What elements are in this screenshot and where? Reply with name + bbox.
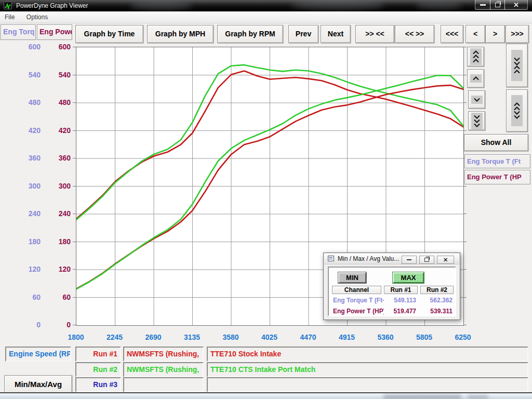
rpm-axis-tick-label: 4025 xyxy=(250,333,289,341)
window-title: PowerDyne Graph Viewer xyxy=(16,2,88,9)
zoom-out-button[interactable]: << >> xyxy=(395,25,434,43)
max-toggle-button[interactable]: MAX xyxy=(393,272,424,283)
rpm-axis-tick-label: 3135 xyxy=(173,333,211,341)
graph-by-mph-button[interactable]: Graph by MPH xyxy=(147,25,214,43)
graph-by-rpm-button[interactable]: Graph by RPM xyxy=(217,25,283,43)
minmax-window: Min / Max / Avg Valu... ✕ MIN MAX Channe… xyxy=(323,252,460,320)
minmax-restore-button[interactable] xyxy=(419,256,434,264)
scroll-far-right-button[interactable]: >>> xyxy=(506,25,529,43)
power-axis-tick-label: 420 xyxy=(46,126,71,135)
torque-channel-header[interactable]: Eng Torq xyxy=(1,24,36,40)
run-description-field-2: NWMSFTS (Rushing, xyxy=(123,362,204,377)
rpm-axis-tick-label: 1800 xyxy=(57,333,95,341)
y-axis-tick xyxy=(463,102,467,103)
y-axis-tick xyxy=(73,242,76,242)
chevron-up-button[interactable] xyxy=(467,69,484,88)
y-axis-tick xyxy=(463,325,467,325)
chevron-down-icon xyxy=(471,96,483,104)
power-axis-tick-label: 180 xyxy=(46,237,71,246)
menu-options[interactable]: Options xyxy=(22,11,52,21)
powerdyne-app-icon xyxy=(4,2,12,9)
taskbar-glass-blob xyxy=(383,395,461,399)
power-axis-tick-label: 600 xyxy=(46,43,71,51)
y-axis-tick xyxy=(73,214,76,214)
prev-button[interactable]: Prev xyxy=(288,25,318,43)
y-axis-tick xyxy=(463,186,467,187)
y-axis-tick xyxy=(463,130,467,131)
torque-axis-tick-label: 360 xyxy=(16,154,41,162)
torque-axis-tick-label: 60 xyxy=(16,293,41,301)
scroll-left-button[interactable]: < xyxy=(466,25,485,43)
scroll-far-left-button[interactable]: <<< xyxy=(441,25,463,43)
run-comment-field-2: TTE710 CTS Intake Port Match xyxy=(207,362,528,377)
minmax-window-icon xyxy=(328,256,334,261)
titlebar-glass-blob xyxy=(130,1,192,10)
scroll-right-button[interactable]: > xyxy=(485,25,505,43)
minimize-button[interactable] xyxy=(475,0,490,10)
minmax-run1-value: 519.477 xyxy=(384,308,416,315)
column-header-channel[interactable]: Channel xyxy=(332,286,381,294)
minmax-minimize-button[interactable] xyxy=(402,256,417,264)
column-header-run1[interactable]: Run #1 xyxy=(384,286,418,294)
power-axis-tick-label: 0 xyxy=(46,321,71,329)
close-icon: ✕ xyxy=(513,2,519,8)
oscilloscope-glyph xyxy=(4,3,11,9)
column-header-run2[interactable]: Run #2 xyxy=(420,286,454,294)
expand-vertical-button[interactable] xyxy=(506,89,528,132)
triple-chevron-down-icon xyxy=(471,113,483,129)
torque-axis-tick-label: 600 xyxy=(16,43,41,51)
run-comment-field-1: TTE710 Stock Intake xyxy=(207,347,528,362)
power-axis-tick-label: 60 xyxy=(46,293,71,301)
y-axis-tick xyxy=(73,325,76,325)
power-axis-tick-label: 480 xyxy=(46,98,71,107)
menu-file[interactable]: File xyxy=(0,11,19,21)
compress-vertical-icon xyxy=(511,50,523,81)
rpm-axis-tick-label: 2245 xyxy=(96,333,134,341)
power-channel-header[interactable]: Eng Powe xyxy=(37,24,72,40)
x-channel-label: Engine Speed (RP xyxy=(5,347,71,362)
power-axis-tick-label: 360 xyxy=(46,154,71,162)
minmax-close-button[interactable]: ✕ xyxy=(437,256,454,264)
minmax-channel-cell: Eng Power T (HP) xyxy=(333,308,384,315)
power-axis-tick-label: 540 xyxy=(46,71,71,79)
restore-icon xyxy=(424,258,429,262)
torque-axis-tick-label: 120 xyxy=(16,265,41,273)
torque-axis-tick-label: 300 xyxy=(16,182,41,190)
minmax-channel-cell: Eng Torque T (Ft- xyxy=(333,297,384,304)
y-axis-tick xyxy=(463,242,467,242)
minimize-icon xyxy=(407,259,411,260)
minmax-window-titlebar[interactable]: Min / Max / Avg Valu... ✕ xyxy=(324,254,459,264)
compress-vertical-button[interactable] xyxy=(506,44,528,87)
torque-axis-tick-label: 540 xyxy=(16,71,41,79)
y-axis-tick xyxy=(73,297,76,298)
run-label-3: Run #3 xyxy=(75,377,121,392)
zoom-in-button[interactable]: >> << xyxy=(355,25,394,43)
power-channel-label[interactable]: Eng Power T (HP xyxy=(464,170,530,184)
chevron-down-button[interactable] xyxy=(468,90,485,109)
next-button[interactable]: Next xyxy=(321,25,351,43)
title-bar[interactable]: PowerDyne Graph Viewer ✕ xyxy=(0,0,532,11)
minmax-run2-value: 539.311 xyxy=(420,308,453,315)
torque-channel-label[interactable]: Eng Torque T (Ft xyxy=(464,154,530,168)
torque-axis-tick-label: 420 xyxy=(16,126,41,135)
min-toggle-button[interactable]: MIN xyxy=(338,272,366,283)
graph-by-time-button[interactable]: Graph by Time xyxy=(75,25,143,43)
y-axis-tick xyxy=(73,186,76,187)
power-axis-tick-label: 240 xyxy=(46,209,71,218)
close-button[interactable]: ✕ xyxy=(504,0,528,10)
rpm-axis-tick-label: 2690 xyxy=(134,333,172,341)
triple-chevron-up-button[interactable] xyxy=(467,47,484,66)
rpm-axis-tick-label: 5805 xyxy=(405,333,444,341)
menu-bar: File Options xyxy=(0,11,532,23)
y-axis-tick xyxy=(463,214,467,214)
y-axis-tick xyxy=(73,75,76,75)
torque-axis-tick-label: 480 xyxy=(16,98,41,107)
maximize-button[interactable] xyxy=(490,0,505,10)
triple-chevron-down-button[interactable] xyxy=(468,111,485,130)
close-icon: ✕ xyxy=(443,257,448,263)
show-all-button[interactable]: Show All xyxy=(464,134,528,151)
y-axis-tick xyxy=(73,158,76,158)
rpm-axis-tick-label: 5360 xyxy=(366,333,405,341)
min-max-avg-button[interactable]: Min/Max/Avg xyxy=(4,375,72,394)
torque-axis-tick-label: 0 xyxy=(16,321,41,329)
